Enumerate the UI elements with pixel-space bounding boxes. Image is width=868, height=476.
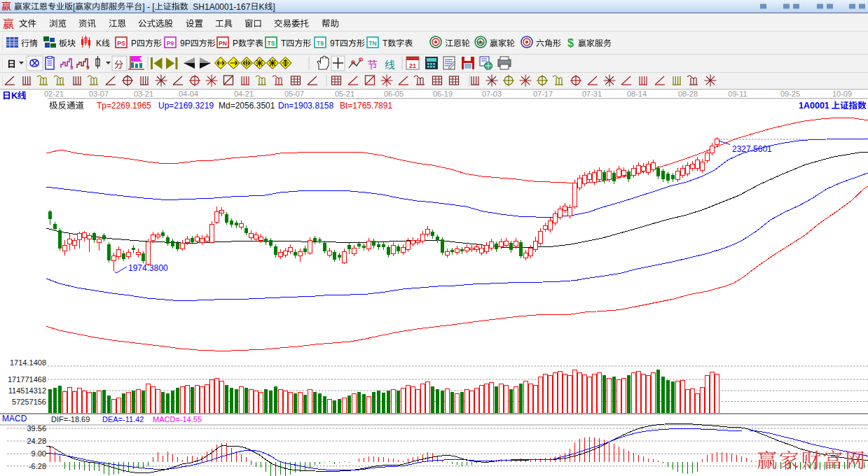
svg-text:06-19: 06-19 bbox=[433, 90, 453, 98]
svg-text:9T: 9T bbox=[330, 38, 340, 48]
svg-text:-6.28: -6.28 bbox=[29, 462, 46, 470]
svg-text:09-25: 09-25 bbox=[780, 90, 800, 98]
svg-text:07-31: 07-31 bbox=[582, 90, 602, 98]
svg-text:04-04: 04-04 bbox=[179, 90, 198, 98]
svg-text:DEA=-11.42: DEA=-11.42 bbox=[102, 415, 144, 424]
svg-text:08-28: 08-28 bbox=[678, 90, 698, 98]
svg-text:05-21: 05-21 bbox=[335, 90, 354, 98]
svg-text:]: ] bbox=[142, 2, 144, 12]
svg-text:04-21: 04-21 bbox=[234, 90, 254, 98]
svg-text:PN: PN bbox=[219, 40, 227, 47]
svg-text:171771468: 171771468 bbox=[8, 375, 46, 384]
svg-text:P: P bbox=[131, 38, 137, 48]
svg-text:SH1A0001-167: SH1A0001-167 bbox=[193, 2, 250, 12]
svg-text:TN: TN bbox=[368, 40, 376, 47]
svg-text:07-03: 07-03 bbox=[482, 90, 502, 98]
svg-text:T: T bbox=[281, 38, 287, 48]
svg-text:Md=2056.3501: Md=2056.3501 bbox=[219, 101, 275, 111]
svg-text:T: T bbox=[383, 38, 388, 48]
svg-text:9P: 9P bbox=[180, 38, 191, 48]
svg-text:Tp=2269.1965: Tp=2269.1965 bbox=[97, 101, 151, 111]
svg-text:57257156: 57257156 bbox=[12, 398, 46, 406]
svg-text:03-21: 03-21 bbox=[134, 90, 153, 98]
svg-text:Up=2169.3219: Up=2169.3219 bbox=[158, 101, 214, 111]
svg-text:Big: Big bbox=[478, 41, 484, 45]
svg-text:06-05: 06-05 bbox=[384, 90, 404, 98]
svg-text:03-07: 03-07 bbox=[89, 90, 109, 98]
svg-text:114514312: 114514312 bbox=[8, 386, 46, 395]
svg-text:TS: TS bbox=[268, 40, 275, 47]
svg-text:2327.5601: 2327.5601 bbox=[732, 144, 772, 154]
svg-text:1A0001: 1A0001 bbox=[799, 101, 829, 111]
svg-text:MACD: MACD bbox=[2, 414, 27, 424]
svg-text:PS: PS bbox=[117, 40, 125, 47]
svg-text:K: K bbox=[259, 2, 264, 12]
svg-text:39.56: 39.56 bbox=[27, 424, 46, 433]
svg-text:P: P bbox=[233, 38, 238, 48]
svg-text:-: - bbox=[147, 2, 150, 12]
svg-text:9: 9 bbox=[86, 64, 90, 71]
svg-text:K: K bbox=[11, 90, 18, 101]
svg-text:21: 21 bbox=[409, 62, 416, 69]
svg-text:]: ] bbox=[273, 2, 275, 12]
svg-text:K: K bbox=[96, 38, 102, 48]
svg-text:9.00: 9.00 bbox=[32, 449, 46, 458]
svg-text:02-21: 02-21 bbox=[44, 90, 64, 98]
svg-text:$: $ bbox=[567, 37, 574, 49]
svg-text:08-14: 08-14 bbox=[627, 90, 647, 98]
svg-text:10-09: 10-09 bbox=[832, 90, 852, 98]
svg-text:24.28: 24.28 bbox=[27, 437, 46, 445]
svg-text:09-11: 09-11 bbox=[728, 90, 747, 98]
svg-text:MACD=-14.55: MACD=-14.55 bbox=[153, 415, 202, 424]
svg-text:1714.1408: 1714.1408 bbox=[10, 358, 46, 367]
svg-text:Dn=1903.8158: Dn=1903.8158 bbox=[278, 101, 333, 111]
svg-text:05-07: 05-07 bbox=[284, 90, 304, 98]
svg-text:3: 3 bbox=[70, 64, 74, 71]
svg-text:P9: P9 bbox=[167, 40, 174, 47]
svg-text:T9: T9 bbox=[317, 40, 324, 47]
svg-text:Bt=1765.7891: Bt=1765.7891 bbox=[340, 101, 392, 111]
svg-text:07-17: 07-17 bbox=[533, 90, 553, 98]
svg-text:DIF=-18.69: DIF=-18.69 bbox=[51, 415, 90, 424]
